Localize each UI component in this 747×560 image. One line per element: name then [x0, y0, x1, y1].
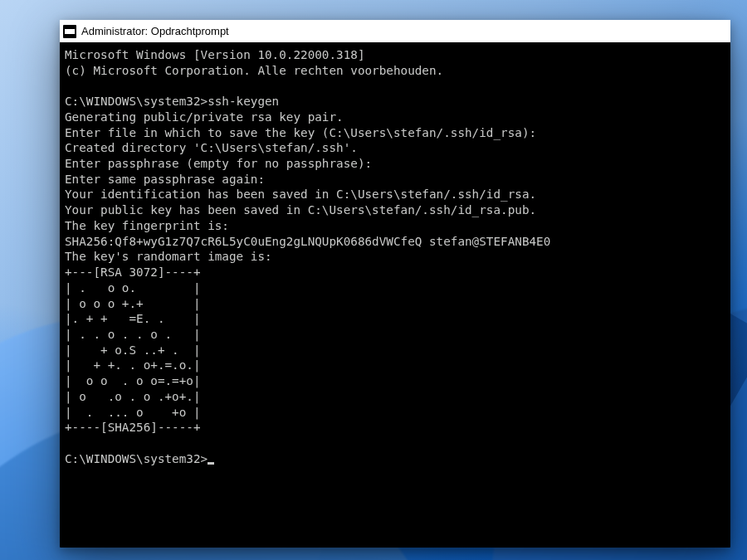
terminal-line: | . ... o +o | [65, 406, 201, 419]
terminal-line: The key fingerprint is: [65, 219, 229, 232]
terminal-line: Enter file in which to save the key (C:\… [65, 126, 536, 139]
terminal-line: Your identification has been saved in C:… [65, 187, 536, 201]
terminal-prompt[interactable]: C:\WINDOWS\system32> [65, 452, 208, 465]
terminal-line: Generating public/private rsa key pair. [65, 110, 344, 124]
terminal-line: | + +. . o+.=.o.| [65, 358, 201, 372]
terminal-line: | . . o . . o . | [65, 328, 201, 341]
terminal-line: Your public key has been saved in C:\Use… [65, 203, 536, 217]
terminal-line: +----[SHA256]-----+ [65, 421, 201, 434]
terminal-line: (c) Microsoft Corporation. Alle rechten … [65, 64, 443, 77]
terminal-line: The key's randomart image is: [65, 250, 272, 263]
terminal-line: |. + + =E. . | [65, 312, 201, 325]
window-title: Administrator: Opdrachtprompt [81, 25, 229, 37]
terminal-line: Created directory 'C:\Users\stefan/.ssh'… [65, 141, 358, 154]
terminal-line: SHA256:Qf8+wyG1z7Q7cR6L5yC0uEng2gLNQUpK0… [65, 235, 550, 248]
terminal-line: | o .o . o .+o+.| [65, 390, 201, 403]
terminal-line: | + o.S ..+ . | [65, 343, 201, 357]
terminal-line: Enter passphrase (empty for no passphras… [65, 157, 372, 170]
terminal-line: +---[RSA 3072]----+ [65, 265, 201, 279]
cmd-icon [63, 25, 76, 38]
terminal-line: C:\WINDOWS\system32>ssh-keygen [65, 95, 279, 108]
terminal-line: | o o o +.+ | [65, 297, 201, 310]
cursor [208, 462, 214, 465]
terminal-line: | o o . o o=.=+o| [65, 374, 201, 387]
titlebar[interactable]: Administrator: Opdrachtprompt [60, 20, 730, 42]
command-prompt-window[interactable]: Administrator: Opdrachtprompt Microsoft … [60, 20, 730, 548]
terminal-output[interactable]: Microsoft Windows [Version 10.0.22000.31… [60, 42, 730, 548]
terminal-line: | . o o. | [65, 281, 201, 295]
terminal-line: Microsoft Windows [Version 10.0.22000.31… [65, 48, 365, 61]
terminal-line: Enter same passphrase again: [65, 173, 265, 186]
